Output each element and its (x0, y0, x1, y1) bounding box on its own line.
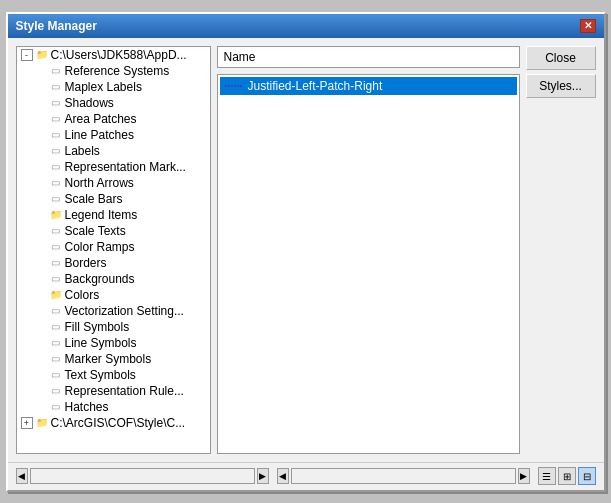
tree-item-label: Borders (65, 256, 107, 270)
tree-item-fill-symbols[interactable]: ▭ Fill Symbols (17, 319, 210, 335)
large-view-icon[interactable]: ⊟ (578, 467, 596, 485)
content-area[interactable]: Justified-Left-Patch-Right (217, 74, 520, 454)
name-header: Name (217, 46, 520, 68)
view-icons: ☰ ⊞ ⊟ (538, 467, 596, 485)
leaf-icon-labels: ▭ (49, 144, 63, 158)
tree-item-area-patches[interactable]: ▭ Area Patches (17, 111, 210, 127)
leaf-icon-line-patches: ▭ (49, 128, 63, 142)
leaf-icon-scale-bars: ▭ (49, 192, 63, 206)
tree-item-label: Shadows (65, 96, 114, 110)
window-title: Style Manager (16, 19, 97, 33)
tree-root-1[interactable]: - 📁 C:\Users\JDK588\AppD... (17, 47, 210, 63)
tree-item-label: Labels (65, 144, 100, 158)
styles-button[interactable]: Styles... (526, 74, 596, 98)
tree-item-label: Text Symbols (65, 368, 136, 382)
scroll-right-button[interactable]: ▶ (257, 468, 269, 484)
leaf-icon-vectorization: ▭ (49, 304, 63, 318)
tree-item-label: Representation Rule... (65, 384, 184, 398)
leaf-icon-hatches: ▭ (49, 400, 63, 414)
tree-item-labels[interactable]: ▭ Labels (17, 143, 210, 159)
detail-view-icon[interactable]: ⊞ (558, 467, 576, 485)
tree-item-label: Maplex Labels (65, 80, 142, 94)
tree-root-2[interactable]: + 📁 C:\ArcGIS\COF\Style\C... (17, 415, 210, 431)
tree-item-shadows[interactable]: ▭ Shadows (17, 95, 210, 111)
leaf-icon-rep-mark: ▭ (49, 160, 63, 174)
left-scrollbar[interactable]: ◀ ▶ (16, 468, 269, 484)
window-body: - 📁 C:\Users\JDK588\AppD... ▭ Reference … (8, 38, 604, 462)
leaf-icon-color-ramps: ▭ (49, 240, 63, 254)
tree-item-label: North Arrows (65, 176, 134, 190)
tree-item-label: Scale Bars (65, 192, 123, 206)
leaf-icon-fill-symbols: ▭ (49, 320, 63, 334)
tree-item-label: Legend Items (65, 208, 138, 222)
leaf-icon-shadows: ▭ (49, 96, 63, 110)
right-scrollbar[interactable]: ◀ ▶ (277, 468, 530, 484)
tree-item-label: Marker Symbols (65, 352, 152, 366)
window-close-button[interactable]: ✕ (580, 19, 596, 33)
expand-icon-1[interactable]: - (21, 49, 33, 61)
tree-item-maplex-labels[interactable]: ▭ Maplex Labels (17, 79, 210, 95)
scroll-right-button2[interactable]: ▶ (518, 468, 530, 484)
tree-item-label: Colors (65, 288, 100, 302)
tree-item-scale-texts[interactable]: ▭ Scale Texts (17, 223, 210, 239)
left-scroll-track[interactable] (30, 468, 255, 484)
tree-item-label: Backgrounds (65, 272, 135, 286)
folder-icon-1: 📁 (35, 48, 49, 62)
expand-icon-2[interactable]: + (21, 417, 33, 429)
style-manager-window: Style Manager ✕ - 📁 C:\Users\JDK588\AppD… (6, 12, 606, 492)
tree-item-backgrounds[interactable]: ▭ Backgrounds (17, 271, 210, 287)
content-item-label-0: Justified-Left-Patch-Right (248, 79, 383, 93)
content-item-0[interactable]: Justified-Left-Patch-Right (220, 77, 517, 95)
right-scroll-track[interactable] (291, 468, 516, 484)
leaf-icon-scale-texts: ▭ (49, 224, 63, 238)
tree-item-text-symbols[interactable]: ▭ Text Symbols (17, 367, 210, 383)
tree-item-label: Line Patches (65, 128, 134, 142)
folder-icon-colors: 📁 (49, 288, 63, 302)
tree-item-line-symbols[interactable]: ▭ Line Symbols (17, 335, 210, 351)
tree-item-label: Scale Texts (65, 224, 126, 238)
tree-item-vectorization[interactable]: ▭ Vectorization Setting... (17, 303, 210, 319)
leaf-icon-marker-symbols: ▭ (49, 352, 63, 366)
right-panel: Name Justified-Left-Patch-Right (217, 46, 520, 454)
tree-item-label: Vectorization Setting... (65, 304, 184, 318)
tree-item-label: Representation Mark... (65, 160, 186, 174)
scroll-left-button2[interactable]: ◀ (277, 468, 289, 484)
tree-item-label: Area Patches (65, 112, 137, 126)
leaf-icon-rep-rules: ▭ (49, 384, 63, 398)
tree-item-representation-mark[interactable]: ▭ Representation Mark... (17, 159, 210, 175)
leaf-icon-line-symbols: ▭ (49, 336, 63, 350)
leaf-icon-backgrounds: ▭ (49, 272, 63, 286)
tree-item-label: Fill Symbols (65, 320, 130, 334)
buttons-panel: Close Styles... (526, 46, 596, 454)
tree-item-hatches[interactable]: ▭ Hatches (17, 399, 210, 415)
tree-root-1-label: C:\Users\JDK588\AppD... (51, 48, 187, 62)
tree-item-representation-rules[interactable]: ▭ Representation Rule... (17, 383, 210, 399)
tree-panel[interactable]: - 📁 C:\Users\JDK588\AppD... ▭ Reference … (16, 46, 211, 454)
tree-item-label: Color Ramps (65, 240, 135, 254)
tree-item-color-ramps[interactable]: ▭ Color Ramps (17, 239, 210, 255)
tree-item-scale-bars[interactable]: ▭ Scale Bars (17, 191, 210, 207)
title-bar: Style Manager ✕ (8, 14, 604, 38)
tree-item-line-patches[interactable]: ▭ Line Patches (17, 127, 210, 143)
leaf-icon-borders: ▭ (49, 256, 63, 270)
leaf-icon-ref: ▭ (49, 64, 63, 78)
name-header-label: Name (224, 50, 256, 64)
tree-item-legend-items[interactable]: 📁 Legend Items (17, 207, 210, 223)
bottom-bar: ◀ ▶ ◀ ▶ ☰ ⊞ ⊟ (8, 462, 604, 490)
tree-item-marker-symbols[interactable]: ▭ Marker Symbols (17, 351, 210, 367)
tree-item-borders[interactable]: ▭ Borders (17, 255, 210, 271)
list-view-icon[interactable]: ☰ (538, 467, 556, 485)
leaf-icon-maplex: ▭ (49, 80, 63, 94)
leaf-icon-area-patches: ▭ (49, 112, 63, 126)
tree-item-north-arrows[interactable]: ▭ North Arrows (17, 175, 210, 191)
tree-item-label: Line Symbols (65, 336, 137, 350)
folder-icon-legend: 📁 (49, 208, 63, 222)
leaf-icon-north-arrows: ▭ (49, 176, 63, 190)
tree-item-reference-systems[interactable]: ▭ Reference Systems (17, 63, 210, 79)
close-button[interactable]: Close (526, 46, 596, 70)
folder-icon-2: 📁 (35, 416, 49, 430)
tree-item-colors[interactable]: 📁 Colors (17, 287, 210, 303)
scroll-left-button[interactable]: ◀ (16, 468, 28, 484)
tree-item-label: Hatches (65, 400, 109, 414)
content-item-line-icon (224, 79, 244, 93)
